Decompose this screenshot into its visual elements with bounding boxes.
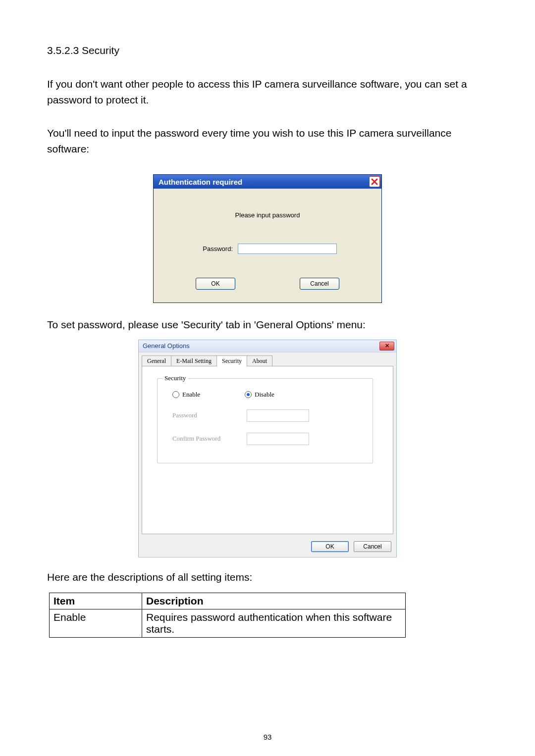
password-label: Password: xyxy=(198,245,233,252)
confirm-password-field[interactable] xyxy=(247,433,309,445)
tab-security[interactable]: Security xyxy=(216,355,247,366)
table-cell-item: Enable xyxy=(50,609,142,638)
general-options-dialog: General Options ✕ General E-Mail Setting… xyxy=(138,340,397,557)
paragraph: If you don't want other people to access… xyxy=(47,76,488,107)
cancel-button[interactable]: Cancel xyxy=(354,541,391,552)
table-header-row: Item Description xyxy=(50,593,406,609)
tab-email-setting[interactable]: E-Mail Setting xyxy=(171,355,217,366)
auth-dialog: Authentication required Please input pas… xyxy=(153,174,382,303)
close-icon[interactable] xyxy=(369,176,380,187)
page-number: 93 xyxy=(0,733,535,741)
paragraph: To set password, please use 'Security' t… xyxy=(47,317,488,333)
tab-panel-security: Security Enable Disable Password xyxy=(142,366,393,534)
radio-enable-label: Enable xyxy=(182,391,200,399)
password-label: Password xyxy=(172,411,247,419)
auth-body: Please input password Password: OK Cance… xyxy=(154,189,381,302)
radio-disable-label: Disable xyxy=(255,391,274,399)
paragraph: Here are the descriptions of all setting… xyxy=(47,569,488,585)
table-header-item: Item xyxy=(50,593,142,609)
tab-general[interactable]: General xyxy=(142,355,171,366)
radio-enable[interactable]: Enable xyxy=(172,391,200,399)
auth-prompt: Please input password xyxy=(163,211,372,219)
tab-about[interactable]: About xyxy=(247,355,272,366)
auth-titlebar: Authentication required xyxy=(154,175,381,189)
table-cell-description: Requires password authentication when th… xyxy=(142,609,406,638)
go-titlebar: General Options ✕ xyxy=(139,340,396,353)
table-row: Enable Requires password authentication … xyxy=(50,609,406,638)
password-field[interactable] xyxy=(247,409,309,422)
table-header-description: Description xyxy=(142,593,406,609)
radio-disable[interactable]: Disable xyxy=(245,391,274,399)
auth-title: Authentication required xyxy=(159,178,242,186)
tab-strip: General E-Mail Setting Security About xyxy=(139,353,396,366)
ok-button[interactable]: OK xyxy=(196,278,235,290)
security-fieldset: Security Enable Disable Password xyxy=(157,378,373,463)
fieldset-legend: Security xyxy=(162,374,188,382)
section-heading: 3.5.2.3 Security xyxy=(47,45,488,56)
go-title: General Options xyxy=(143,342,190,350)
settings-description-table: Item Description Enable Requires passwor… xyxy=(49,593,406,638)
confirm-password-label: Confirm Password xyxy=(172,435,247,443)
cancel-button[interactable]: Cancel xyxy=(300,278,339,290)
radio-icon xyxy=(245,391,252,398)
paragraph: You'll need to input the password every … xyxy=(47,125,488,156)
password-input[interactable] xyxy=(238,244,337,254)
ok-button[interactable]: OK xyxy=(311,541,349,552)
radio-icon xyxy=(172,391,179,398)
close-icon[interactable]: ✕ xyxy=(379,342,394,351)
dialog-footer: OK Cancel xyxy=(139,537,396,557)
document-page: 3.5.2.3 Security If you don't want other… xyxy=(0,0,535,756)
